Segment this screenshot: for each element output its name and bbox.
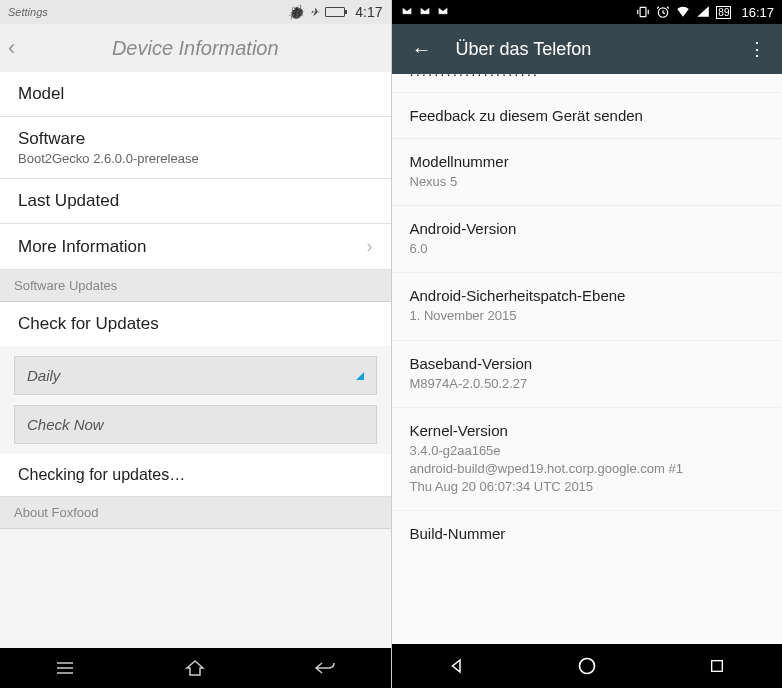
feedback-label: Feedback zu diesem Gerät senden bbox=[410, 107, 765, 124]
build-row[interactable]: Build-Nummer bbox=[392, 511, 783, 556]
clock: 4:17 bbox=[355, 4, 382, 20]
status-label: Settings bbox=[8, 6, 287, 18]
about-list: ····················· Feedback zu diesem… bbox=[392, 74, 783, 644]
back-button[interactable]: ← bbox=[404, 34, 440, 65]
nav-bar-right bbox=[392, 644, 783, 688]
back-button[interactable]: ‹ bbox=[8, 35, 36, 61]
svg-rect-8 bbox=[712, 661, 723, 672]
vibrate-icon bbox=[636, 5, 650, 19]
nav-home-button[interactable] bbox=[557, 656, 617, 676]
model-label: Modellnummer bbox=[410, 153, 765, 170]
mail-icon bbox=[436, 5, 450, 19]
android-value: 6.0 bbox=[410, 240, 765, 258]
frequency-value: Daily bbox=[27, 367, 60, 384]
software-value: Boot2Gecko 2.6.0.0-prerelease bbox=[18, 151, 373, 166]
more-info-row[interactable]: More Information › bbox=[0, 224, 391, 270]
check-updates-label: Check for Updates bbox=[18, 314, 373, 334]
status-bar-right: 89 16:17 bbox=[392, 0, 783, 24]
nav-recent-button[interactable] bbox=[687, 658, 747, 674]
status-bar-left: Settings 🐞 ✈ 4:17 bbox=[0, 0, 391, 24]
baseband-label: Baseband-Version bbox=[410, 355, 765, 372]
checking-status: Checking for updates… bbox=[0, 454, 391, 497]
section-software-updates: Software Updates bbox=[0, 270, 391, 302]
patch-value: 1. November 2015 bbox=[410, 307, 765, 325]
build-label: Build-Nummer bbox=[410, 525, 765, 542]
last-updated-label: Last Updated bbox=[18, 191, 373, 211]
kernel-value: 3.4.0-g2aa165e android-build@wped19.hot.… bbox=[410, 442, 765, 497]
software-label: Software bbox=[18, 129, 373, 149]
model-row[interactable]: Model bbox=[0, 72, 391, 117]
check-now-button[interactable]: Check Now bbox=[14, 405, 377, 444]
airplane-icon: ✈ bbox=[310, 6, 319, 19]
check-updates-row: Check for Updates bbox=[0, 302, 391, 346]
system-icons: 89 16:17 bbox=[636, 5, 774, 20]
alarm-icon bbox=[656, 5, 670, 19]
notification-icons bbox=[400, 5, 637, 19]
right-device: 89 16:17 ← Über das Telefon ⋮ ··········… bbox=[392, 0, 783, 688]
dropdown-triangle-icon bbox=[356, 372, 364, 380]
bug-icon: 🐞 bbox=[287, 4, 304, 20]
nav-home-button[interactable] bbox=[130, 648, 260, 688]
check-now-label: Check Now bbox=[27, 416, 104, 433]
page-title: Device Information bbox=[36, 37, 383, 60]
android-version-row[interactable]: Android-Version 6.0 bbox=[392, 206, 783, 273]
left-device: Settings 🐞 ✈ 4:17 ‹ Device Information M… bbox=[0, 0, 392, 688]
kernel-row[interactable]: Kernel-Version 3.4.0-g2aa165e android-bu… bbox=[392, 408, 783, 512]
frequency-select[interactable]: Daily bbox=[14, 356, 377, 395]
clock: 16:17 bbox=[741, 5, 774, 20]
nav-menu-button[interactable] bbox=[0, 648, 130, 688]
signal-icon bbox=[696, 5, 710, 19]
header-right: ← Über das Telefon ⋮ bbox=[392, 24, 783, 74]
battery-percent: 89 bbox=[716, 6, 731, 19]
mail-icon bbox=[400, 5, 414, 19]
battery-icon bbox=[325, 7, 345, 17]
software-row[interactable]: Software Boot2Gecko 2.6.0.0-prerelease bbox=[0, 117, 391, 179]
header-left: ‹ Device Information bbox=[0, 24, 391, 72]
model-value: Nexus 5 bbox=[410, 173, 765, 191]
patch-label: Android-Sicherheitspatch-Ebene bbox=[410, 287, 765, 304]
wifi-icon bbox=[676, 5, 690, 19]
page-title: Über das Telefon bbox=[456, 39, 745, 60]
status-icons: 🐞 ✈ 4:17 bbox=[287, 4, 382, 20]
settings-list: Model Software Boot2Gecko 2.6.0.0-prerel… bbox=[0, 72, 391, 648]
android-label: Android-Version bbox=[410, 220, 765, 237]
section-about: About Foxfood bbox=[0, 497, 391, 529]
model-label: Model bbox=[18, 84, 373, 104]
mail-icon bbox=[418, 5, 432, 19]
nav-bar-left bbox=[0, 648, 391, 688]
kernel-label: Kernel-Version bbox=[410, 422, 765, 439]
feedback-row[interactable]: Feedback zu diesem Gerät senden bbox=[392, 93, 783, 139]
overflow-menu-button[interactable]: ⋮ bbox=[744, 38, 770, 60]
last-updated-row[interactable]: Last Updated bbox=[0, 179, 391, 224]
nav-back-button[interactable] bbox=[260, 648, 390, 688]
chevron-right-icon: › bbox=[367, 236, 373, 257]
nav-back-button[interactable] bbox=[427, 657, 487, 675]
model-row[interactable]: Modellnummer Nexus 5 bbox=[392, 139, 783, 206]
baseband-value: M8974A-2.0.50.2.27 bbox=[410, 375, 765, 393]
security-patch-row[interactable]: Android-Sicherheitspatch-Ebene 1. Novemb… bbox=[392, 273, 783, 340]
cutoff-row[interactable]: ····················· bbox=[392, 74, 783, 93]
baseband-row[interactable]: Baseband-Version M8974A-2.0.50.2.27 bbox=[392, 341, 783, 408]
svg-rect-3 bbox=[640, 7, 646, 16]
more-info-label: More Information bbox=[18, 237, 367, 257]
svg-point-7 bbox=[579, 659, 594, 674]
